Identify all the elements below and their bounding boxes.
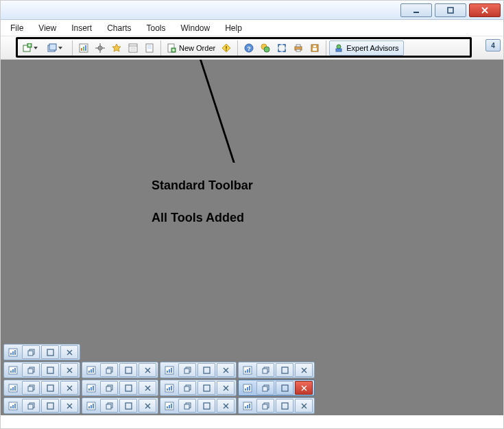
minimized-chart-window[interactable] <box>3 362 80 378</box>
new-order-button[interactable]: New Order <box>164 40 218 56</box>
maximize-button[interactable] <box>197 363 215 377</box>
close-button[interactable] <box>139 363 156 377</box>
minimized-chart-window[interactable] <box>238 362 315 378</box>
minimized-chart-window[interactable] <box>3 344 80 360</box>
restore-button[interactable] <box>100 399 118 413</box>
svg-rect-83 <box>247 369 248 373</box>
svg-rect-77 <box>184 369 189 373</box>
maximize-button[interactable] <box>197 399 215 413</box>
expert-advisors-button[interactable]: Expert Advisors <box>329 40 403 56</box>
menu-view[interactable]: View <box>38 23 56 33</box>
close-button[interactable] <box>60 345 78 359</box>
maximize-button[interactable] <box>276 381 293 395</box>
close-button[interactable] <box>139 381 156 395</box>
minimized-chart-window[interactable] <box>238 397 315 414</box>
restore-button[interactable] <box>256 381 274 395</box>
restore-button[interactable] <box>100 381 118 395</box>
svg-rect-109 <box>167 389 168 391</box>
fullscreen-button[interactable] <box>274 40 289 56</box>
maximize-button[interactable] <box>41 363 59 377</box>
minimized-chart-window[interactable] <box>160 397 237 414</box>
svg-rect-100 <box>88 389 90 391</box>
close-button[interactable] <box>60 363 78 377</box>
minimized-chart-window[interactable] <box>160 362 237 378</box>
close-button[interactable] <box>60 381 78 395</box>
svg-rect-92 <box>12 387 14 391</box>
auto-trading-button[interactable] <box>258 40 273 56</box>
maximize-button[interactable] <box>197 381 215 395</box>
close-button[interactable] <box>295 381 313 395</box>
restore-button[interactable] <box>178 363 196 377</box>
restore-button[interactable] <box>178 381 196 395</box>
svg-rect-154 <box>245 406 246 408</box>
maximize-button[interactable] <box>276 399 293 413</box>
maximize-button[interactable] <box>119 363 137 377</box>
restore-button[interactable] <box>22 399 40 413</box>
window-close-button[interactable] <box>469 3 501 17</box>
svg-rect-47 <box>12 351 14 355</box>
svg-rect-150 <box>204 403 210 409</box>
profiles-button[interactable] <box>45 40 69 56</box>
restore-button[interactable] <box>256 399 274 413</box>
crosshair-button[interactable] <box>93 40 108 56</box>
menu-help[interactable]: Help <box>225 23 242 33</box>
menu-charts[interactable]: Charts <box>107 23 131 33</box>
alert-button[interactable] <box>219 40 234 56</box>
svg-rect-140 <box>106 404 111 409</box>
minimized-chart-window[interactable] <box>82 380 158 396</box>
svg-rect-41 <box>313 48 317 51</box>
svg-rect-38 <box>296 45 300 47</box>
maximize-button[interactable] <box>119 381 137 395</box>
help-button[interactable]: ? <box>241 40 256 56</box>
minimized-chart-window[interactable] <box>82 362 158 378</box>
svg-rect-123 <box>282 385 288 391</box>
restore-button[interactable] <box>22 381 40 395</box>
print-button[interactable] <box>291 40 306 56</box>
chart-window-icon <box>6 399 20 413</box>
menu-window[interactable]: Window <box>181 23 211 33</box>
restore-button[interactable] <box>22 345 40 359</box>
svg-rect-23 <box>147 45 152 47</box>
notifications-badge[interactable]: 4 <box>485 39 501 51</box>
restore-button[interactable] <box>22 363 40 377</box>
market-watch-button[interactable] <box>76 40 91 56</box>
minimized-chart-window[interactable] <box>3 380 80 396</box>
close-button[interactable] <box>139 399 156 413</box>
minimized-chart-window[interactable] <box>238 380 315 396</box>
minimized-chart-window[interactable] <box>160 380 237 396</box>
save-button[interactable] <box>307 40 322 56</box>
restore-button[interactable] <box>100 363 118 377</box>
minimized-chart-window[interactable] <box>82 397 158 414</box>
menu-tools[interactable]: Tools <box>147 23 166 33</box>
restore-button[interactable] <box>256 363 274 377</box>
new-chart-button[interactable] <box>21 40 44 56</box>
maximize-button[interactable] <box>119 399 137 413</box>
close-button[interactable] <box>60 399 78 413</box>
close-button[interactable] <box>217 363 235 377</box>
maximize-button[interactable] <box>41 399 59 413</box>
close-button[interactable] <box>217 399 235 413</box>
annotation-line1: Standard Toolbar <box>152 170 253 202</box>
svg-rect-56 <box>12 369 14 373</box>
menu-insert[interactable]: Insert <box>71 23 92 33</box>
data-window-button[interactable] <box>125 40 141 56</box>
close-button[interactable] <box>295 363 313 377</box>
close-button[interactable] <box>295 399 313 413</box>
new-order-label: New Order <box>179 44 215 52</box>
maximize-button[interactable] <box>41 381 59 395</box>
navigator-button[interactable] <box>142 40 157 56</box>
maximize-button[interactable] <box>41 345 59 359</box>
maximize-button[interactable] <box>276 363 293 377</box>
svg-rect-95 <box>28 386 33 391</box>
window-minimize-button[interactable] <box>400 3 432 17</box>
close-button[interactable] <box>217 381 235 395</box>
annotation-line <box>200 60 235 163</box>
menu-file[interactable]: File <box>10 23 23 33</box>
favorites-button[interactable] <box>109 40 124 56</box>
window-maximize-button[interactable] <box>435 3 466 17</box>
minimized-chart-window[interactable] <box>3 397 80 414</box>
restore-button[interactable] <box>178 399 196 413</box>
svg-rect-86 <box>263 369 267 373</box>
svg-rect-146 <box>169 405 170 408</box>
svg-rect-66 <box>93 368 94 373</box>
